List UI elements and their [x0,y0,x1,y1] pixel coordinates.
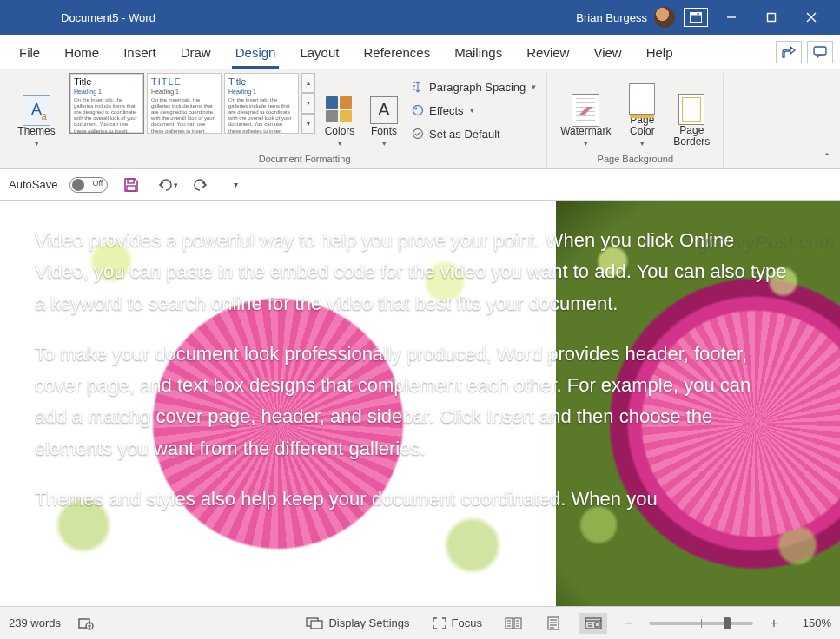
autosave-label: AutoSave [9,178,57,191]
comments-button[interactable] [807,41,833,63]
svg-point-14 [89,623,90,624]
user-avatar [654,7,675,28]
style-gallery[interactable]: Title Heading 1 On the Insert tab, the g… [69,73,315,134]
colors-button[interactable]: Colors ▾ [319,73,360,149]
style-card[interactable]: TITLE Heading 1 On the Insert tab, the g… [147,73,222,134]
zoom-slider[interactable] [649,622,753,625]
svg-rect-16 [311,621,322,629]
read-mode-icon [505,616,522,630]
colors-icon [326,96,354,124]
print-layout-icon [545,616,562,630]
zoom-in-button[interactable]: + [765,616,783,631]
tab-file[interactable]: File [7,38,52,69]
title-bar: Document5 - Word Brian Burgess [0,0,840,35]
accessibility-checker-button[interactable] [73,613,99,634]
effects-icon [411,103,425,117]
paragraph: Themes and styles also help keep your do… [35,484,788,515]
chevron-down-icon: ▾ [640,139,645,148]
gallery-scroll: ▴ ▾ ▾ [301,73,315,134]
fonts-icon: A [370,96,398,124]
tab-view[interactable]: View [581,38,633,69]
chevron-down-icon: ▾ [584,139,588,148]
paragraph-spacing-button[interactable]: Paragraph Spacing ▾ [407,76,539,97]
document-body[interactable]: Video provides a powerful way to help yo… [35,225,788,534]
chevron-down-icon: ▾ [338,139,342,148]
status-bar: 239 words Display Settings Focus − + 150… [0,606,840,639]
tab-draw[interactable]: Draw [169,38,223,69]
web-layout-button[interactable] [579,613,607,634]
word-count[interactable]: 239 words [9,616,61,629]
chevron-down-icon: ▾ [35,139,39,148]
gallery-down-button[interactable]: ▾ [301,93,315,113]
svg-point-8 [415,108,418,110]
maximize-button[interactable] [751,0,791,35]
print-layout-button[interactable] [539,613,567,634]
ribbon: Aa Themes ▾ Title Heading 1 On the Inser… [0,69,840,169]
svg-rect-11 [127,186,136,191]
menu-bar: File Home Insert Draw Design Layout Refe… [0,35,840,69]
undo-button[interactable]: ▾ [155,174,177,196]
page-color-button[interactable]: Page Color ▾ [620,73,664,149]
svg-rect-1 [691,13,702,16]
tab-mailings[interactable]: Mailings [442,38,514,69]
svg-rect-3 [768,14,776,22]
svg-point-7 [413,106,423,115]
paragraph-spacing-icon [411,80,425,94]
qat-customize-button[interactable]: ▾ [224,174,247,196]
window-title: Document5 - Word [61,11,155,24]
quick-access-toolbar: AutoSave Off ▾ ▾ [0,169,840,201]
chevron-down-icon: ▾ [532,82,536,91]
paragraph: To make your document look professionall… [35,339,788,464]
gallery-more-button[interactable]: ▾ [301,114,315,134]
tab-layout[interactable]: Layout [288,38,351,69]
fonts-button[interactable]: A Fonts ▾ [364,73,404,149]
group-label-page-background: Page Background [554,154,716,168]
themes-button[interactable]: Aa Themes ▾ [12,73,61,149]
svg-point-9 [413,129,423,139]
share-button[interactable] [776,41,802,63]
gallery-up-button[interactable]: ▴ [301,73,315,93]
user-name: Brian Burgess [576,11,647,24]
chevron-down-icon: ▾ [382,139,387,148]
page-borders-button[interactable]: Page Borders [667,73,716,149]
minimize-button[interactable] [711,0,751,35]
display-settings-button[interactable]: Display Settings [301,613,414,633]
close-button[interactable] [791,0,831,35]
tab-design[interactable]: Design [223,38,288,69]
tab-references[interactable]: References [351,38,442,69]
document-area[interactable]: Video provides a powerful way to help yo… [0,201,840,606]
user-account[interactable]: Brian Burgess [576,7,675,28]
zoom-slider-thumb[interactable] [724,617,731,629]
read-mode-button[interactable] [499,613,527,634]
svg-rect-6 [814,47,826,55]
check-circle-icon [411,127,425,141]
themes-icon: Aa [23,95,50,126]
autosave-toggle[interactable]: Off [69,177,108,193]
ribbon-display-options[interactable] [684,8,708,27]
tab-review[interactable]: Review [514,38,581,69]
save-button[interactable] [120,174,142,196]
tab-insert[interactable]: Insert [111,38,169,69]
set-as-default-button[interactable]: Set as Default [407,123,539,144]
paragraph: Video provides a powerful way to help yo… [35,225,788,320]
chevron-down-icon: ▾ [470,106,474,115]
collapse-ribbon-button[interactable]: ⌃ [823,151,831,163]
style-card[interactable]: Title Heading 1 On the Insert tab, the g… [69,73,144,134]
watermark-button[interactable]: Watermark ▾ [554,73,617,149]
tab-home[interactable]: Home [52,38,111,69]
web-layout-icon [585,616,602,630]
style-card[interactable]: Title Heading 1 On the Insert tab, the g… [224,73,299,134]
redo-button[interactable] [189,174,212,196]
page-color-icon [629,83,655,115]
watermark-icon [572,94,599,127]
focus-mode-button[interactable]: Focus [427,613,487,633]
page-borders-icon [678,94,704,125]
tab-help[interactable]: Help [634,38,685,69]
zoom-level[interactable]: 150% [795,616,831,629]
group-label-document-formatting: Document Formatting [69,154,539,168]
svg-rect-21 [595,623,599,627]
effects-button[interactable]: Effects ▾ [407,100,539,121]
zoom-out-button[interactable]: − [619,616,637,631]
